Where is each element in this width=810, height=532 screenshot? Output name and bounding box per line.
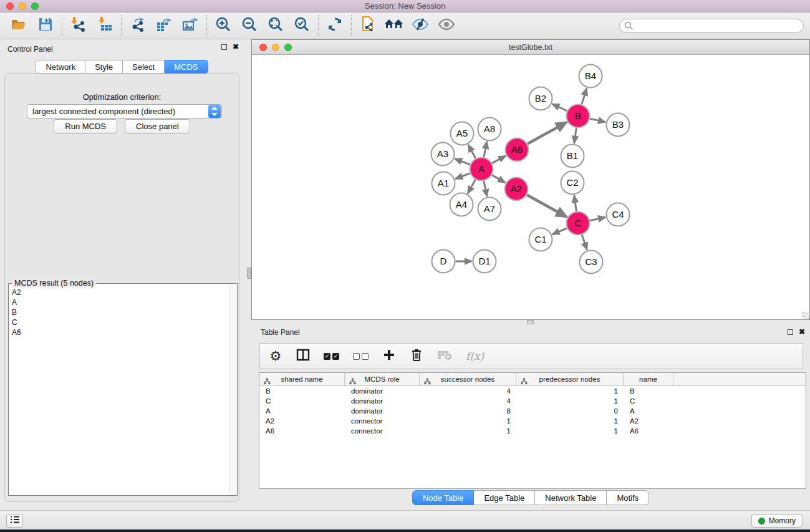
delete-table-button[interactable] <box>437 348 452 364</box>
network-close-button[interactable] <box>259 44 267 51</box>
node-D[interactable]: D <box>432 250 455 273</box>
column-header-MCDS-role[interactable]: MCDS role <box>345 373 420 385</box>
edge-A-A1[interactable] <box>455 173 470 179</box>
zoom-out-button[interactable] <box>236 14 263 37</box>
node-A5[interactable]: A5 <box>451 122 474 145</box>
result-item[interactable]: A2 <box>9 288 228 297</box>
show-columns-button[interactable] <box>296 348 310 364</box>
node-B1[interactable]: B1 <box>561 145 584 168</box>
column-header-predecessor-nodes[interactable]: predecessor nodes <box>516 373 624 385</box>
table-row[interactable]: A2connector11A2 <box>259 416 806 426</box>
tab-select[interactable]: Select <box>123 60 165 74</box>
result-scrollbar[interactable] <box>229 284 237 495</box>
node-C1[interactable]: C1 <box>529 228 552 251</box>
close-table-panel-icon[interactable]: ✖ <box>799 329 805 335</box>
function-builder-button[interactable]: f(x) <box>466 348 484 364</box>
tab-node-table[interactable]: Node Table <box>412 490 475 505</box>
node-C2[interactable]: C2 <box>561 172 584 195</box>
edge-B-B3[interactable] <box>590 118 605 122</box>
hide-graphics-button[interactable] <box>407 14 433 37</box>
open-session-button[interactable] <box>6 14 32 37</box>
network-minimize-button[interactable] <box>272 44 279 51</box>
export-table-button[interactable] <box>151 14 177 37</box>
search-input[interactable] <box>619 19 804 33</box>
task-history-button[interactable] <box>6 514 23 528</box>
edge-A-A4[interactable] <box>468 180 475 193</box>
edge-A6-B[interactable] <box>528 122 567 144</box>
node-D1[interactable]: D1 <box>473 250 496 273</box>
table-row[interactable]: A6connector11A6 <box>259 426 806 436</box>
tab-mcds[interactable]: MCDS <box>165 60 208 74</box>
node-B[interactable]: B <box>567 105 590 128</box>
window-resize-grip[interactable] <box>802 312 809 319</box>
save-session-button[interactable] <box>32 14 59 37</box>
import-network-button[interactable] <box>65 14 92 37</box>
close-window-button[interactable] <box>6 2 14 10</box>
node-A6[interactable]: A6 <box>506 138 529 162</box>
edge-C-C4[interactable] <box>590 217 605 220</box>
table-settings-button[interactable]: ⚙ <box>269 348 282 364</box>
export-network-button[interactable] <box>125 14 151 37</box>
table-row[interactable]: Adominator80A <box>259 406 806 416</box>
node-C[interactable]: C <box>567 212 590 235</box>
zoom-window-button[interactable] <box>31 2 39 10</box>
minimize-window-button[interactable] <box>19 2 26 10</box>
select-all-button[interactable]: ✓✓ <box>324 348 339 364</box>
import-table-button[interactable] <box>92 14 118 37</box>
zoom-fit-button[interactable] <box>263 14 289 37</box>
edge-A-A3[interactable] <box>455 158 470 165</box>
edge-A2-C[interactable] <box>527 195 567 217</box>
run-mcds-button[interactable]: Run MCDS <box>54 119 117 133</box>
new-network-from-file-button[interactable] <box>355 14 381 37</box>
edge-A-A5[interactable] <box>468 145 476 158</box>
result-item[interactable]: B <box>9 307 228 317</box>
node-A4[interactable]: A4 <box>450 193 473 216</box>
column-header-successor-nodes[interactable]: successor nodes <box>420 373 516 385</box>
tab-motifs[interactable]: Motifs <box>607 490 649 505</box>
criterion-dropdown[interactable]: largest connected component (directed) <box>27 104 222 118</box>
result-item[interactable]: C <box>9 317 228 327</box>
node-A1[interactable]: A1 <box>432 172 455 195</box>
tab-edge-table[interactable]: Edge Table <box>474 490 535 505</box>
close-panel-button[interactable]: Close panel <box>125 119 190 133</box>
node-B3[interactable]: B3 <box>607 114 630 137</box>
memory-button[interactable]: Memory <box>751 514 803 528</box>
create-column-button[interactable] <box>382 348 396 364</box>
column-header-name[interactable]: name <box>624 373 673 385</box>
float-panel-icon[interactable] <box>221 44 227 50</box>
node-B4[interactable]: B4 <box>579 65 602 88</box>
edge-B-B2[interactable] <box>552 104 567 111</box>
export-image-button[interactable] <box>177 14 203 37</box>
tab-network[interactable]: Network <box>36 60 85 74</box>
edge-B-B1[interactable] <box>574 128 576 143</box>
float-table-panel-icon[interactable] <box>788 329 793 335</box>
deselect-all-button[interactable] <box>353 348 369 364</box>
show-graphics-button[interactable] <box>433 14 460 37</box>
zoom-selected-button[interactable] <box>289 14 315 37</box>
network-canvas[interactable]: AA1A2A3A4A5A6A7A8BB1B2B3B4CC1C2C3C4DD1 <box>252 56 809 319</box>
table-row[interactable]: Bdominator41B <box>259 386 806 396</box>
edge-C-C1[interactable] <box>552 228 567 235</box>
home-networks-button[interactable] <box>381 14 407 37</box>
close-panel-icon[interactable]: ✖ <box>233 44 239 50</box>
edge-A-A2[interactable] <box>492 175 505 183</box>
node-A7[interactable]: A7 <box>478 198 501 221</box>
node-A3[interactable]: A3 <box>432 143 455 166</box>
tab-network-table[interactable]: Network Table <box>535 490 607 505</box>
result-item[interactable]: A6 <box>9 327 228 337</box>
edge-A-A6[interactable] <box>492 156 506 163</box>
node-B2[interactable]: B2 <box>529 87 552 110</box>
splitter-handle[interactable] <box>527 320 534 324</box>
table-row[interactable]: Cdominator41C <box>259 396 806 406</box>
node-A2[interactable]: A2 <box>505 178 528 201</box>
network-zoom-button[interactable] <box>284 44 292 51</box>
divider-scroll-thumb[interactable] <box>247 268 251 279</box>
edge-A-A7[interactable] <box>484 181 487 196</box>
edge-C-C2[interactable] <box>574 195 577 211</box>
delete-column-button[interactable] <box>410 348 423 364</box>
node-A8[interactable]: A8 <box>478 118 501 141</box>
edge-C-C3[interactable] <box>582 235 587 249</box>
refresh-button[interactable] <box>322 14 348 37</box>
column-header-shared-name[interactable]: shared name <box>259 373 345 385</box>
node-C3[interactable]: C3 <box>580 251 603 274</box>
